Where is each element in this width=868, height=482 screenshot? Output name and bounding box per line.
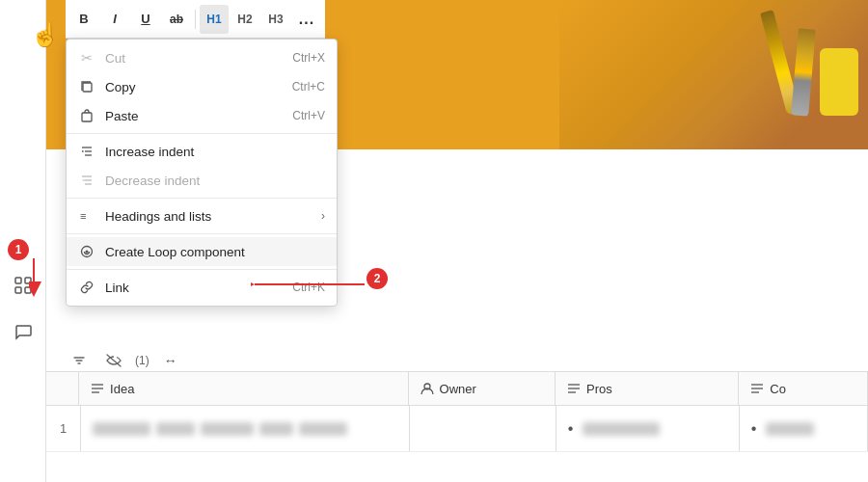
idea-cell-content (93, 422, 347, 436)
table-cell-cons: • (740, 406, 868, 451)
table-cell-pros: • (556, 406, 740, 451)
annotation-badge-1: 1 (8, 239, 29, 260)
more-button[interactable]: ... (292, 5, 321, 34)
sidebar-chat-icon[interactable] (8, 316, 39, 347)
pros-col-label: Pros (586, 382, 612, 396)
strikethrough-button[interactable]: ab (162, 5, 191, 34)
h2-button[interactable]: H2 (231, 5, 259, 34)
menu-item-cut[interactable]: ✂ Cut Ctrl+X (67, 43, 337, 72)
col-header-idea: Idea (79, 372, 408, 405)
headings-lists-label: Headings and lists (105, 209, 312, 224)
headings-icon: ≡ (78, 207, 95, 225)
cursor: ☝ (31, 21, 62, 52)
cons-blurred (766, 422, 814, 436)
menu-item-copy[interactable]: Copy Ctrl+C (67, 72, 337, 101)
svg-rect-0 (15, 278, 21, 283)
link-icon (78, 279, 95, 296)
blurred-2 (156, 422, 195, 436)
annotation-arrow-2 (251, 275, 366, 294)
copy-icon (78, 78, 95, 95)
menu-item-headings-lists[interactable]: ≡ Headings and lists › (67, 201, 337, 230)
menu-divider-2 (67, 198, 337, 199)
blurred-4 (259, 422, 293, 436)
menu-item-create-loop[interactable]: Create Loop component (67, 237, 337, 266)
menu-item-paste[interactable]: Paste Ctrl+V (67, 101, 337, 130)
decrease-indent-label: Decrease indent (105, 174, 325, 188)
owner-col-label: Owner (440, 382, 476, 396)
svg-rect-5 (82, 113, 92, 121)
cons-cell-content: • (751, 420, 815, 438)
idea-col-label: Idea (110, 382, 134, 396)
headings-submenu-arrow: › (321, 209, 325, 223)
annotation-badge-2: 2 (366, 268, 388, 289)
expand-button[interactable]: ↔ (157, 347, 184, 374)
paste-shortcut: Ctrl+V (292, 109, 325, 122)
hidden-count: (1) (135, 354, 149, 367)
sort-button[interactable] (66, 347, 93, 374)
increase-indent-label: Increase indent (105, 145, 325, 159)
table-cell-owner (410, 406, 556, 451)
menu-divider-1 (67, 133, 337, 134)
cut-shortcut: Ctrl+X (292, 51, 325, 65)
pros-cell-content: • (568, 420, 661, 438)
bold-button[interactable]: B (69, 5, 98, 34)
paint-tools-image (559, 0, 868, 149)
annotation-arrow-1 (29, 258, 58, 297)
copy-label: Copy (105, 80, 283, 94)
svg-text:≡: ≡ (80, 210, 86, 222)
underline-button[interactable]: U (131, 5, 160, 34)
blurred-1 (93, 422, 150, 436)
col-header-cons: Co (739, 372, 868, 405)
h3-button[interactable]: H3 (261, 5, 290, 34)
col-header-pros: Pros (556, 372, 739, 405)
paste-icon (78, 107, 95, 124)
row-number: 1 (46, 406, 81, 451)
paste-label: Paste (105, 109, 283, 123)
cut-label: Cut (105, 51, 283, 66)
table-row: 1 • • (46, 406, 868, 452)
svg-point-14 (86, 251, 89, 254)
menu-divider-4 (67, 269, 337, 270)
table-row-num-header (46, 372, 79, 405)
svg-rect-4 (83, 83, 92, 92)
bullet-2: • (751, 420, 757, 438)
loop-icon (78, 243, 95, 260)
toolbar-divider-1 (195, 10, 196, 29)
mini-toolbar: (1) ↔ (66, 347, 184, 374)
menu-item-increase-indent[interactable]: Increase indent (67, 137, 337, 166)
format-toolbar: B I U ab H1 H2 H3 ... (66, 0, 325, 39)
bullet-1: • (568, 420, 574, 438)
decrease-indent-icon (78, 172, 95, 189)
svg-rect-2 (15, 287, 21, 293)
hide-button[interactable] (100, 347, 127, 374)
copy-shortcut: Ctrl+C (292, 80, 325, 94)
h1-button[interactable]: H1 (200, 5, 229, 34)
blurred-5 (299, 422, 347, 436)
blurred-3 (201, 422, 254, 436)
pros-blurred (583, 422, 660, 436)
create-loop-label: Create Loop component (105, 245, 325, 259)
increase-indent-icon (78, 143, 95, 160)
context-menu: ✂ Cut Ctrl+X Copy Ctrl+C Paste Ctrl+V (66, 39, 338, 307)
table-header: Idea Owner Pros Co (46, 371, 868, 406)
cut-icon: ✂ (78, 49, 95, 67)
menu-item-decrease-indent[interactable]: Decrease indent (67, 166, 337, 195)
table-area: Idea Owner Pros Co 1 • (46, 371, 868, 482)
cons-col-label: Co (770, 382, 786, 396)
menu-divider-3 (67, 233, 337, 234)
col-header-owner: Owner (409, 372, 556, 405)
table-cell-idea (81, 406, 410, 451)
italic-button[interactable]: I (100, 5, 129, 34)
